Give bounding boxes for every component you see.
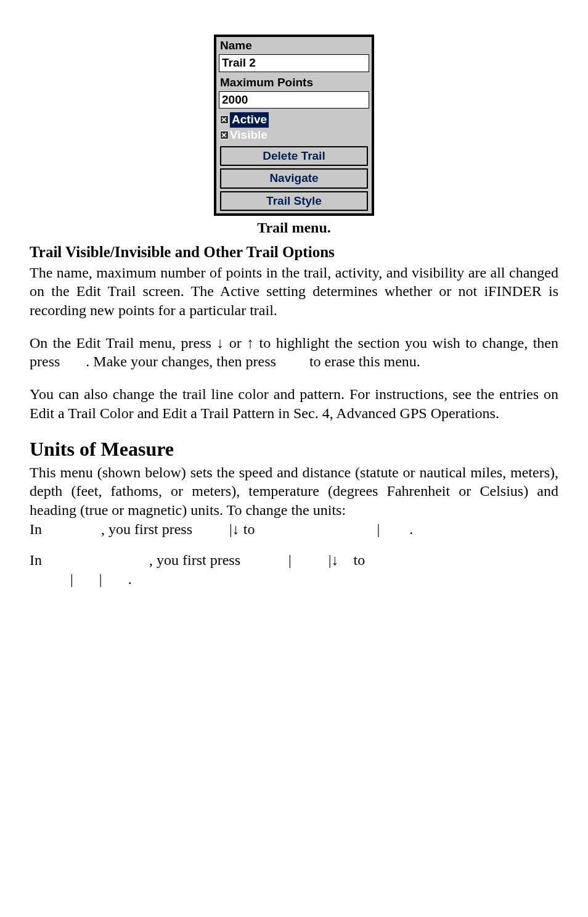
s2c: to — [350, 552, 369, 568]
checkbox-icon — [220, 115, 229, 124]
active-label: Active — [230, 112, 269, 127]
s2b: , you first press — [149, 552, 244, 568]
device-screen: Name Trail 2 Maximum Points 2000 Active … — [214, 35, 374, 216]
dot2: . — [128, 571, 132, 587]
visible-label: Visible — [230, 128, 267, 142]
p2e: to erase this menu. — [306, 353, 420, 369]
checkbox-icon — [220, 131, 229, 139]
navigate-button[interactable]: Navigate — [220, 168, 368, 188]
arrow-down-icon: ↓ — [232, 520, 240, 537]
figure-caption: Trail menu. — [30, 218, 558, 237]
arrow-down-icon: ↓ — [332, 551, 339, 568]
maxpts-label: Maximum Points — [216, 74, 372, 91]
pipe5: | — [70, 571, 73, 587]
trail-style-button[interactable]: Trail Style — [220, 191, 368, 211]
p2b: or — [224, 335, 247, 351]
step-2: In , you first press | |↓ to | | . — [30, 551, 558, 588]
arrow-up-icon: ↑ — [247, 334, 254, 351]
trail-menu-figure: Name Trail 2 Maximum Points 2000 Active … — [30, 35, 558, 216]
active-checkbox-row[interactable]: Active — [220, 112, 368, 127]
paragraph-4: This menu (shown below) sets the speed a… — [30, 463, 558, 520]
s1b: , you first press — [101, 521, 196, 537]
delete-trail-button[interactable]: Delete Trail — [220, 146, 368, 166]
pipe2: | — [377, 521, 380, 537]
checkbox-group: Active Visible — [216, 110, 372, 145]
arrow-down-icon: ↓ — [216, 334, 224, 351]
paragraph-3: You can also change the trail line color… — [30, 385, 558, 422]
paragraph-2: On the Edit Trail menu, press ↓ or ↑ to … — [30, 334, 558, 371]
maxpts-input[interactable]: 2000 — [219, 91, 369, 109]
s2a: In — [30, 552, 46, 568]
steps-block: In , you first press |↓ to | . In , you … — [30, 520, 558, 589]
step-1: In , you first press |↓ to | . — [30, 520, 558, 539]
p2a: On the Edit Trail menu, press — [30, 335, 216, 351]
name-input[interactable]: Trail 2 — [219, 54, 369, 72]
section-title: Units of Measure — [30, 437, 558, 462]
p2d: . Make your changes, then press — [86, 353, 280, 369]
pipe3: | — [288, 552, 292, 568]
dot1: . — [409, 521, 413, 537]
subheading: Trail Visible/Invisible and Other Trail … — [30, 242, 558, 262]
paragraph-1: The name, maximum number of points in th… — [30, 263, 558, 320]
name-label: Name — [216, 37, 372, 54]
s1a: In — [30, 521, 46, 537]
visible-checkbox-row[interactable]: Visible — [220, 128, 368, 142]
s1c: to — [240, 521, 259, 537]
pipe6: | — [99, 571, 102, 587]
